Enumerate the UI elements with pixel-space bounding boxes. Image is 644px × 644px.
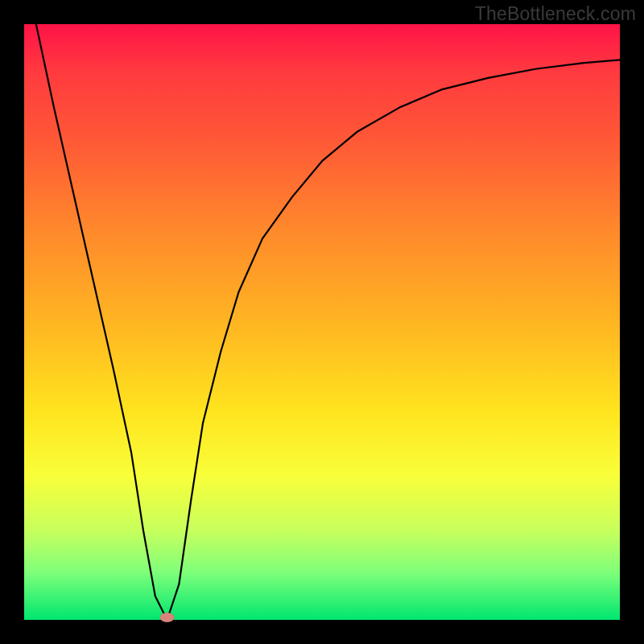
watermark-text: TheBottleneck.com [475,3,636,25]
bottleneck-curve [36,24,620,620]
chart-svg [24,24,620,620]
plot-area [24,24,620,620]
chart-frame: TheBottleneck.com [0,0,644,644]
optimal-point-marker [160,613,175,622]
